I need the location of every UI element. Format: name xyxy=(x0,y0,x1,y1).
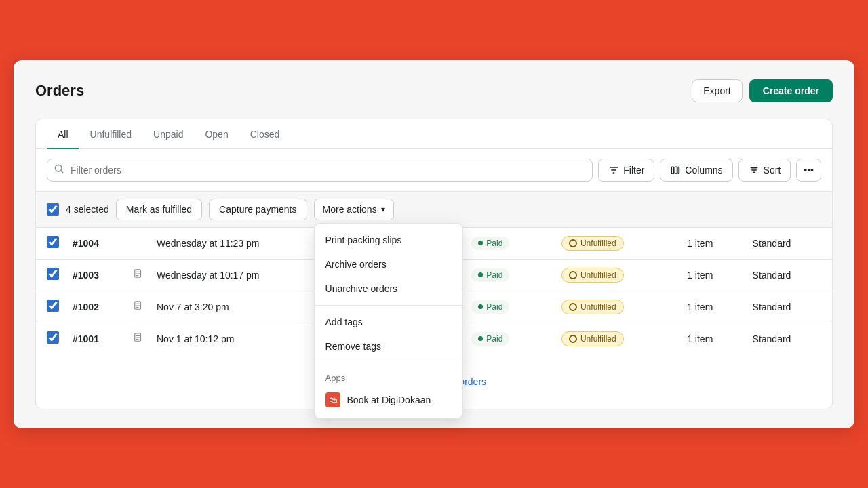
digidokaan-app-icon: 🛍 xyxy=(326,392,340,407)
order-doc-icon-1003 xyxy=(134,269,143,281)
search-wrapper xyxy=(47,159,593,182)
unfulfilled-badge-1004: Unfulfilled xyxy=(561,236,624,251)
menu-item-remove-tags[interactable]: Remove tags xyxy=(315,334,462,359)
order-fulfillment-1003: Unfulfilled xyxy=(555,259,680,291)
chevron-down-icon: ▾ xyxy=(381,205,385,214)
filter-icon xyxy=(608,165,619,176)
order-doc-icon-1001 xyxy=(134,333,143,344)
order-items-1004: 1 item xyxy=(680,228,745,260)
filter-button[interactable]: Filter xyxy=(598,159,654,182)
order-fulfillment-1004: Unfulfilled xyxy=(555,228,680,260)
selected-count: 4 selected xyxy=(66,204,109,215)
order-items-1003: 1 item xyxy=(680,259,745,291)
order-number-1004: #1004 xyxy=(73,238,99,249)
menu-item-unarchive[interactable]: Unarchive orders xyxy=(315,277,462,301)
tab-all[interactable]: All xyxy=(47,119,79,149)
tab-open[interactable]: Open xyxy=(194,119,239,149)
svg-rect-1 xyxy=(672,167,674,174)
ellipsis-icon: ••• xyxy=(804,165,814,176)
order-shipping-1004: Standard xyxy=(746,228,832,260)
sort-label: Sort xyxy=(764,165,781,176)
order-doc-icon-1002 xyxy=(134,301,143,312)
columns-icon xyxy=(670,165,681,176)
more-options-button[interactable]: ••• xyxy=(796,159,821,182)
order-items-1001: 1 item xyxy=(680,323,745,354)
page-header: Orders Export Create order xyxy=(35,79,833,102)
columns-button[interactable]: Columns xyxy=(660,159,732,182)
order-number-1002: #1002 xyxy=(73,302,99,312)
order-payment-1002: Paid xyxy=(465,291,555,323)
tabs-container: All Unfulfilled Unpaid Open Closed xyxy=(36,119,832,149)
order-payment-1001: Paid xyxy=(465,323,555,354)
sort-button[interactable]: Sort xyxy=(738,159,791,182)
tab-unfulfilled[interactable]: Unfulfilled xyxy=(79,119,142,149)
paid-badge-1001: Paid xyxy=(471,332,509,346)
search-input[interactable] xyxy=(47,159,593,182)
paid-badge-1003: Paid xyxy=(471,268,509,282)
svg-rect-2 xyxy=(675,167,677,174)
count-number: 4 xyxy=(66,204,71,215)
order-payment-1003: Paid xyxy=(465,259,555,291)
page-title: Orders xyxy=(35,82,84,100)
sort-icon xyxy=(749,165,760,176)
selection-bar: 4 selected Mark as fulfilled Capture pay… xyxy=(36,192,832,228)
order-fulfillment-1002: Unfulfilled xyxy=(555,291,680,323)
more-actions-wrapper: More actions ▾ Print packing slips Archi… xyxy=(314,199,394,220)
selected-text: selected xyxy=(74,204,109,215)
order-items-1002: 1 item xyxy=(680,291,745,323)
menu-item-archive[interactable]: Archive orders xyxy=(315,252,462,277)
header-actions: Export Create order xyxy=(692,79,833,102)
more-actions-label: More actions xyxy=(323,204,377,215)
toolbar-right: Filter Columns xyxy=(598,159,821,182)
more-actions-button[interactable]: More actions ▾ xyxy=(314,199,394,220)
paid-badge-1002: Paid xyxy=(471,300,509,314)
columns-label: Columns xyxy=(685,165,722,176)
unfulfilled-badge-1002: Unfulfilled xyxy=(561,300,624,314)
digidokaan-label: Book at DigiDokaan xyxy=(347,394,431,405)
menu-item-book-digidokaan[interactable]: 🛍 Book at DigiDokaan xyxy=(315,386,462,414)
search-icon xyxy=(54,163,64,177)
main-card: Orders Export Create order All Unfulfill… xyxy=(14,60,854,428)
order-fulfillment-1001: Unfulfilled xyxy=(555,323,680,354)
menu-divider-2 xyxy=(315,363,462,363)
row-checkbox-1001[interactable] xyxy=(47,331,59,344)
menu-divider-1 xyxy=(315,305,462,306)
order-number-1003: #1003 xyxy=(73,270,99,281)
filter-label: Filter xyxy=(623,165,644,176)
row-checkbox-1003[interactable] xyxy=(47,268,59,280)
row-checkbox-1002[interactable] xyxy=(47,300,59,312)
menu-apps-section: Apps xyxy=(315,367,462,386)
unfulfilled-badge-1003: Unfulfilled xyxy=(561,268,624,283)
orders-link[interactable]: orders xyxy=(459,376,486,387)
menu-item-print-packing[interactable]: Print packing slips xyxy=(315,228,462,252)
unfulfilled-badge-1001: Unfulfilled xyxy=(561,331,624,346)
export-button[interactable]: Export xyxy=(692,79,742,102)
menu-item-add-tags[interactable]: Add tags xyxy=(315,310,462,334)
order-shipping-1002: Standard xyxy=(746,291,832,323)
tab-closed[interactable]: Closed xyxy=(239,119,291,149)
create-order-button[interactable]: Create order xyxy=(749,79,833,102)
svg-rect-3 xyxy=(678,167,679,174)
mark-fulfilled-button[interactable]: Mark as fulfilled xyxy=(116,199,202,220)
order-payment-1004: Paid xyxy=(465,228,555,260)
select-all-checkbox[interactable] xyxy=(47,203,59,216)
paid-badge-1004: Paid xyxy=(471,237,509,250)
more-actions-dropdown: Print packing slips Archive orders Unarc… xyxy=(314,223,463,419)
content-card: All Unfulfilled Unpaid Open Closed xyxy=(35,119,833,409)
order-shipping-1001: Standard xyxy=(746,323,832,354)
search-toolbar: Filter Columns xyxy=(36,149,832,192)
order-shipping-1003: Standard xyxy=(746,259,832,291)
tab-unpaid[interactable]: Unpaid xyxy=(142,119,194,149)
order-number-1001: #1001 xyxy=(73,333,99,344)
row-checkbox-1004[interactable] xyxy=(47,236,59,248)
capture-payments-button[interactable]: Capture payments xyxy=(209,199,307,220)
